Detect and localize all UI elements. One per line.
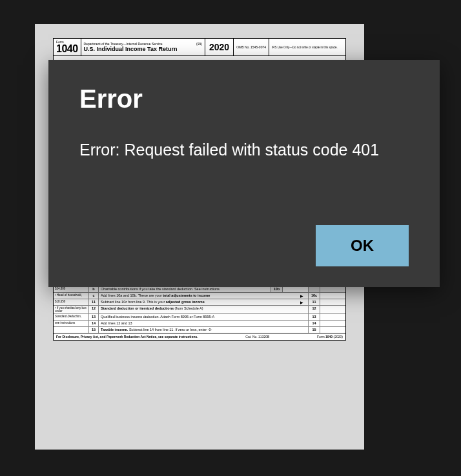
- line-desc: Standard deduction or itemized deduction…: [99, 306, 308, 313]
- line-amount: [320, 327, 345, 333]
- line-box: 13: [308, 314, 320, 320]
- line-amount: [320, 293, 345, 299]
- form-footer: For Disclosure, Privacy Act, and Paperwo…: [54, 333, 345, 340]
- line-desc: Qualified business income deduction. Att…: [99, 314, 308, 320]
- line-amount: [320, 306, 345, 313]
- line-desc: Add lines 10a and 10b. These are your to…: [99, 293, 308, 299]
- line-amount: [282, 286, 308, 292]
- line-amount: [320, 314, 345, 320]
- line-desc: Charitable contributions if you take the…: [99, 286, 271, 292]
- form-omb: OMB No. 1545-0074: [234, 39, 269, 55]
- form-line-15: 15 Taxable income. Subtract line 14 from…: [54, 326, 345, 333]
- form-number: 1040: [56, 44, 78, 54]
- form-title: U.S. Individual Income Tax Return: [84, 46, 202, 52]
- line-amount: [320, 321, 345, 326]
- line-num: 14: [89, 321, 99, 326]
- line-box: 12: [308, 306, 320, 313]
- form-lines-section: $24,800 b Charitable contributions if yo…: [54, 286, 345, 340]
- sidebar-deduction-amount: $24,800: [54, 286, 89, 292]
- line-num: b: [89, 286, 99, 292]
- line-num: c: [89, 293, 99, 299]
- line-box: 10b: [271, 286, 282, 292]
- form-irs-use-only: IRS Use Only—Do not write or staple in t…: [269, 39, 345, 55]
- line-num: 15: [89, 327, 99, 333]
- line-box: 10c: [308, 293, 320, 299]
- line-num: 12: [89, 306, 99, 313]
- line-desc: Taxable income. Subtract line 14 from li…: [99, 327, 308, 333]
- line-box: 15: [308, 327, 320, 333]
- modal-actions: OK: [79, 225, 409, 266]
- line-num: 13: [89, 314, 99, 320]
- line-box: 11: [308, 299, 320, 305]
- form-header: Form 1040 Department of the Treasury—Int…: [54, 39, 345, 56]
- footer-form-year: Form 1040 (2020): [317, 335, 343, 339]
- sidebar-hoh: • Head of household,: [54, 293, 89, 299]
- arrow-icon: ▶: [300, 293, 303, 298]
- modal-title: Error: [79, 84, 409, 114]
- line-num: 11: [89, 299, 99, 305]
- arrow-icon: ▶: [300, 300, 303, 304]
- form-line-10c: • Head of household, c Add lines 10a and…: [54, 292, 345, 299]
- form-number-box: Form 1040: [54, 39, 81, 55]
- sidebar-checked: • If you checked any box under: [54, 306, 89, 313]
- error-modal: Error Error: Request failed with status …: [48, 60, 440, 287]
- form-line-12: • If you checked any box under 12 Standa…: [54, 305, 345, 313]
- line-box-gray: [308, 286, 320, 292]
- sidebar-blank: [54, 327, 89, 333]
- line-box: 14: [308, 321, 320, 326]
- form-year: 2020: [209, 42, 229, 52]
- sidebar-hoh-amount: $18,650: [54, 299, 89, 305]
- footer-disclosure: For Disclosure, Privacy Act, and Paperwo…: [56, 335, 198, 339]
- line-desc: Add lines 12 and 13: [99, 321, 308, 326]
- form-line-13: Standard Deduction, 13 Qualified busines…: [54, 313, 345, 320]
- form-line-11: $18,650 11 Subtract line 10c from line 9…: [54, 299, 345, 305]
- footer-catalog: Cat. No. 11320B: [245, 335, 269, 339]
- sidebar-std-deduction: Standard Deduction,: [54, 314, 89, 320]
- modal-message: Error: Request failed with status code 4…: [79, 141, 409, 225]
- line-amount: [320, 299, 345, 305]
- form-title-box: Department of the Treasury—Internal Reve…: [81, 39, 205, 55]
- line-amount2: [320, 286, 345, 292]
- sidebar-see-inst: see instructions: [54, 321, 89, 326]
- form-year-box: 2020: [205, 39, 234, 55]
- ok-button[interactable]: OK: [316, 225, 409, 266]
- form-line-14: see instructions 14 Add lines 12 and 13 …: [54, 320, 345, 326]
- line-desc: Subtract line 10c from line 9. This is y…: [99, 299, 308, 305]
